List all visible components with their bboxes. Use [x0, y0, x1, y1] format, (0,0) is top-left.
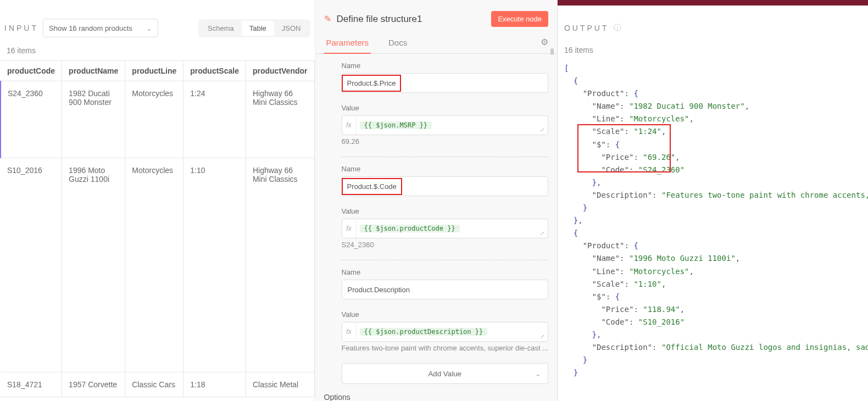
tab-table[interactable]: Table — [242, 21, 274, 36]
fx-icon: fx — [342, 116, 357, 135]
name-label: Name — [342, 62, 548, 70]
table-row[interactable]: S10_20161996 Moto Guzzi 1100iMotorcycles… — [1, 158, 314, 372]
value-label: Value — [342, 310, 548, 319]
name-input[interactable]: Product.$.Code — [342, 178, 402, 195]
table-cell: Motorcycles — [125, 158, 183, 372]
value-preview: S24_2360 — [342, 241, 548, 249]
chevron-down-icon: ⌄ — [146, 24, 152, 32]
table-cell: Highway 66 Mini Classics — [246, 158, 314, 372]
input-view-tabs: Schema Table JSON — [198, 19, 310, 37]
highlight-frame — [577, 124, 671, 172]
info-icon[interactable]: ⓘ — [614, 23, 621, 33]
name-label: Name — [342, 268, 548, 276]
output-json-view[interactable]: [ { "Product": { "Name": "1982 Ducati 90… — [558, 60, 868, 401]
gear-icon[interactable]: ⚙ — [541, 37, 548, 47]
tab-json[interactable]: JSON — [274, 21, 309, 36]
expression-text: {{ $json.productCode }} — [360, 225, 460, 232]
input-table: productCode productName productLine prod… — [0, 61, 315, 397]
node-panel: ✎ Define file structure1 Execute node Pa… — [315, 0, 558, 401]
value-preview: 69.26 — [342, 137, 548, 146]
output-panel: OUTPUT ⓘ Table JSON Schema ✎ 16 items [ … — [558, 0, 868, 401]
col-productName[interactable]: productName — [62, 61, 125, 81]
table-cell: 1996 Moto Guzzi 1100i — [62, 158, 125, 372]
tab-docs[interactable]: Docs — [386, 32, 409, 53]
value-expression-input[interactable]: fx {{ $json.productDescription }} ⤢ — [342, 322, 548, 342]
table-cell: 1:18 — [183, 372, 246, 397]
fx-icon: fx — [342, 322, 357, 341]
input-title: INPUT — [4, 24, 38, 32]
input-data-select[interactable]: Show 16 random products ⌄ — [43, 19, 158, 37]
add-value-button[interactable]: Add Value⌄ — [342, 363, 548, 384]
table-cell: Classic Cars — [125, 372, 183, 397]
input-items-count: 16 items — [0, 44, 315, 60]
name-input[interactable]: Product.$.Price — [342, 75, 402, 92]
value-label: Value — [342, 207, 548, 215]
output-items-count: 16 items — [558, 43, 868, 60]
table-cell: 1957 Corvette — [62, 372, 125, 397]
table-cell: 1982 Ducati 900 Monster — [62, 81, 125, 158]
expand-icon[interactable]: ⤢ — [540, 127, 544, 133]
table-cell: Highway 66 Mini Classics — [246, 81, 314, 158]
input-panel: INPUT Show 16 random products ⌄ Schema T… — [0, 0, 315, 401]
name-label: Name — [342, 165, 548, 173]
table-cell: 1:10 — [183, 158, 246, 372]
value-label: Value — [342, 104, 548, 112]
table-cell: S24_2360 — [1, 81, 62, 158]
execute-node-button[interactable]: Execute node — [491, 11, 548, 27]
tab-schema[interactable]: Schema — [200, 21, 242, 36]
expression-text: {{ $json.MSRP }} — [360, 121, 432, 129]
tab-parameters[interactable]: Parameters — [324, 32, 371, 54]
table-cell: S10_2016 — [1, 158, 62, 372]
name-input[interactable] — [342, 280, 548, 299]
table-cell: Motorcycles — [125, 81, 183, 158]
expression-text: {{ $json.productDescription }} — [360, 328, 488, 336]
fx-icon: fx — [342, 219, 357, 238]
node-title: Define file structure1 — [337, 14, 486, 25]
table-row[interactable]: S18_47211957 CorvetteClassic Cars1:18Cla… — [1, 372, 314, 397]
value-preview: Features two-tone paint with chrome acce… — [342, 344, 548, 352]
table-cell: S18_4721 — [1, 372, 62, 397]
table-row[interactable]: S24_23601982 Ducati 900 MonsterMotorcycl… — [1, 81, 314, 158]
value-expression-input[interactable]: fx {{ $json.productCode }} ⤢ — [342, 219, 548, 238]
expand-icon[interactable]: ⤢ — [540, 230, 544, 236]
input-select-label: Show 16 random products — [49, 24, 132, 32]
table-cell: Classic Metal — [246, 372, 314, 397]
chevron-down-icon: ⌄ — [535, 370, 541, 378]
value-expression-input[interactable]: fx {{ $json.MSRP }} ⤢ — [342, 115, 548, 135]
col-productCode[interactable]: productCode — [1, 61, 62, 81]
table-cell: 1:24 — [183, 81, 246, 158]
output-title: OUTPUT — [564, 24, 609, 32]
col-productVendor[interactable]: productVendor — [246, 61, 314, 81]
col-productLine[interactable]: productLine — [125, 61, 183, 81]
col-productScale[interactable]: productScale — [183, 61, 246, 81]
pencil-icon: ✎ — [324, 14, 331, 24]
expand-icon[interactable]: ⤢ — [540, 333, 544, 339]
options-heading: Options — [324, 393, 548, 401]
